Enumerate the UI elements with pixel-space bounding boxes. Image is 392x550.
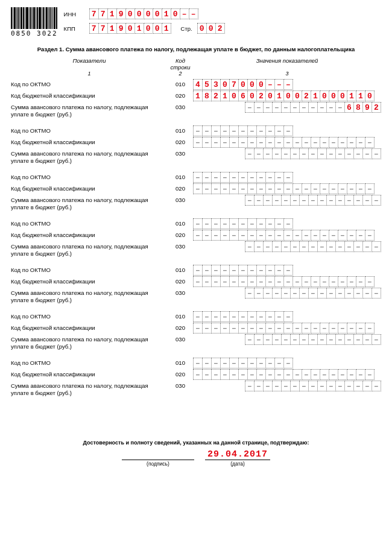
cell[interactable]: – [265, 276, 275, 287]
cell[interactable]: – [220, 125, 230, 136]
cell[interactable]: – [265, 369, 275, 380]
cell[interactable]: – [211, 137, 221, 148]
cell[interactable]: – [193, 369, 203, 380]
cell[interactable]: – [256, 230, 266, 241]
cell[interactable]: – [338, 369, 347, 380]
cell[interactable]: 0 [329, 90, 338, 101]
cell[interactable]: 9 [116, 23, 126, 34]
cell[interactable]: – [338, 183, 347, 194]
cell[interactable]: – [281, 334, 291, 345]
cell[interactable]: – [274, 172, 284, 183]
cell[interactable]: – [272, 148, 282, 159]
cell[interactable]: – [353, 288, 363, 299]
cell[interactable]: – [202, 230, 212, 241]
cell[interactable]: – [274, 265, 284, 276]
cell[interactable]: – [193, 230, 203, 241]
cell[interactable]: – [211, 311, 221, 322]
cell[interactable]: 7 [98, 23, 108, 34]
cell[interactable]: – [272, 288, 282, 299]
cell[interactable]: – [353, 334, 363, 345]
cell[interactable]: – [283, 265, 293, 276]
cell[interactable]: 1 [311, 90, 320, 101]
cell[interactable]: 0 [125, 23, 135, 34]
cell[interactable]: – [326, 334, 336, 345]
cell[interactable]: – [245, 148, 254, 159]
cell[interactable]: – [326, 288, 336, 299]
cell[interactable]: – [263, 148, 273, 159]
cell[interactable]: 9 [362, 102, 372, 113]
cell[interactable]: – [220, 183, 230, 194]
cell[interactable]: – [299, 381, 309, 391]
cell[interactable]: – [326, 148, 336, 159]
cell[interactable]: – [238, 323, 248, 333]
cell[interactable]: – [365, 183, 375, 194]
cell[interactable]: – [211, 369, 221, 380]
cell[interactable]: – [344, 381, 354, 391]
cell[interactable]: – [317, 334, 327, 345]
cell[interactable]: 1 [347, 90, 356, 101]
cell[interactable]: – [283, 172, 293, 183]
cell[interactable]: – [338, 230, 347, 241]
cell[interactable]: – [202, 172, 212, 183]
cell[interactable]: – [290, 102, 300, 113]
cell[interactable]: – [247, 183, 257, 194]
signature-line[interactable] [122, 449, 194, 460]
cell[interactable]: – [202, 311, 212, 322]
cell[interactable]: – [247, 137, 257, 148]
cell[interactable]: – [302, 230, 311, 241]
cell[interactable]: – [229, 183, 239, 194]
cell[interactable]: – [220, 369, 230, 380]
cell[interactable]: – [202, 218, 212, 229]
cell[interactable]: – [320, 323, 329, 333]
cell[interactable]: – [281, 148, 291, 159]
cell[interactable]: – [263, 195, 273, 206]
cell[interactable]: – [326, 195, 336, 206]
cell[interactable]: – [299, 334, 309, 345]
cell[interactable]: – [283, 369, 293, 380]
cell[interactable]: – [265, 125, 275, 136]
cell[interactable]: – [229, 276, 239, 287]
cell[interactable]: – [320, 276, 329, 287]
cell[interactable]: 7 [89, 23, 99, 34]
cell[interactable]: 0 [229, 90, 239, 101]
cell[interactable]: – [290, 288, 300, 299]
cell[interactable]: 7 [98, 8, 108, 19]
cell[interactable]: – [202, 369, 212, 380]
cell[interactable]: – [247, 276, 257, 287]
cell[interactable]: – [229, 172, 239, 183]
cell[interactable]: – [308, 195, 318, 206]
cell[interactable]: – [302, 276, 311, 287]
cell[interactable]: – [202, 276, 212, 287]
cell[interactable]: – [356, 369, 365, 380]
cell[interactable]: – [202, 125, 212, 136]
cell[interactable]: – [211, 172, 221, 183]
cell[interactable]: – [365, 276, 375, 287]
cell[interactable]: – [274, 323, 284, 333]
cell[interactable]: – [338, 137, 347, 148]
cell[interactable]: – [302, 323, 311, 333]
cell[interactable]: – [272, 381, 282, 391]
cell[interactable]: – [353, 148, 363, 159]
cell[interactable]: – [256, 358, 266, 368]
cell[interactable]: – [356, 323, 365, 333]
cell[interactable]: – [211, 358, 221, 368]
cell[interactable]: – [211, 183, 221, 194]
cell[interactable]: 0 [153, 23, 162, 34]
cell[interactable]: – [274, 125, 284, 136]
cell[interactable]: – [317, 241, 327, 252]
cell[interactable]: – [265, 311, 275, 322]
cell[interactable]: 0 [144, 8, 153, 19]
cell[interactable]: 1 [107, 23, 117, 34]
cell[interactable]: – [365, 230, 375, 241]
cell[interactable]: – [335, 288, 345, 299]
cell[interactable]: – [347, 369, 356, 380]
cell[interactable]: – [245, 241, 254, 252]
cell[interactable]: – [317, 148, 327, 159]
cell[interactable]: – [193, 311, 203, 322]
cell[interactable]: – [211, 230, 221, 241]
cell[interactable]: 2 [215, 23, 225, 34]
cell[interactable]: – [353, 241, 363, 252]
cell[interactable]: – [283, 323, 293, 333]
cell[interactable]: 3 [211, 79, 221, 90]
cell[interactable]: – [283, 183, 293, 194]
